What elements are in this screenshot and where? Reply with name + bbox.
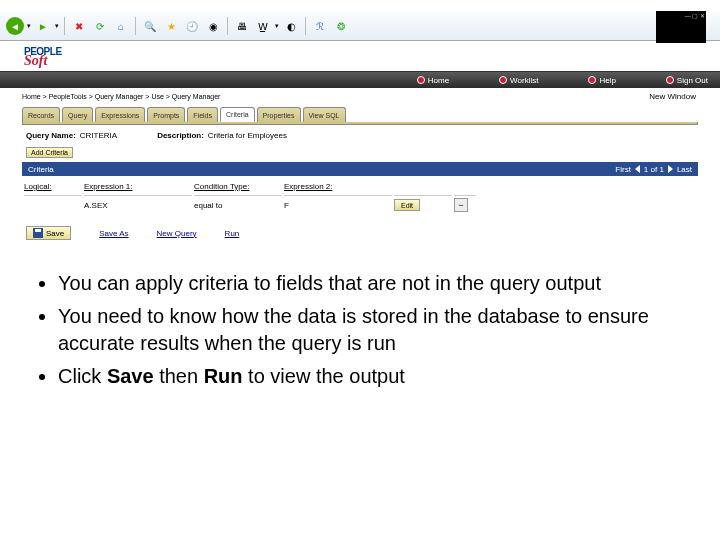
print-icon[interactable]: 🖶 (233, 17, 251, 35)
remove-icon[interactable]: − (454, 198, 468, 212)
tabs: Records Query Expressions Prompts Fields… (22, 107, 720, 122)
disk-icon (33, 228, 43, 238)
edit-button[interactable]: Edit (394, 199, 420, 211)
table-row: A.SEX equal to F Edit − (24, 195, 476, 214)
browser-toolbar: ◄ ▾ ► ▾ ✖ ⟳ ⌂ 🔍 ★ 🕘 ◉ 🖶 W̲ ▾ ◐ ℛ ❂ (0, 12, 720, 41)
query-desc: Criteria for Employees (208, 131, 287, 140)
new-window-link[interactable]: New Window (649, 92, 696, 101)
nav-worklist[interactable]: Worklist (499, 76, 538, 85)
slide-bullets: You can apply criteria to fields that ar… (30, 270, 690, 390)
criteria-section-header: Criteria First 1 of 1 Last (22, 162, 698, 176)
criteria-table: Logical: Expression 1: Condition Type: E… (22, 178, 478, 216)
history-icon[interactable]: 🕘 (183, 17, 201, 35)
font-icon[interactable]: W̲ (254, 17, 272, 35)
dropdown-icon[interactable]: ▾ (27, 22, 31, 30)
bullet-3: Click Save then Run to view the output (58, 363, 690, 390)
nav-home[interactable]: Home (417, 76, 449, 85)
peoplesoft-logo: PEOPLE Soft (24, 47, 62, 65)
tab-viewsql[interactable]: View SQL (303, 107, 346, 122)
add-criteria-button[interactable]: Add Criteria (26, 147, 73, 158)
nav-help[interactable]: Help (588, 76, 615, 85)
pager-next-icon[interactable] (668, 165, 673, 173)
refresh-icon[interactable]: ⟳ (91, 17, 109, 35)
tab-query[interactable]: Query (62, 107, 93, 122)
breadcrumb: Home > PeopleTools > Query Manager > Use… (22, 93, 220, 100)
pager-first[interactable]: First (615, 165, 631, 174)
tab-expressions[interactable]: Expressions (95, 107, 145, 122)
media-widget: — ▢ ✕ (656, 11, 706, 43)
tab-fields[interactable]: Fields (187, 107, 218, 122)
encoding-icon[interactable]: ◐ (282, 17, 300, 35)
brand-bar: PEOPLE Soft (0, 41, 720, 72)
pager-last[interactable]: Last (677, 165, 692, 174)
media-icon[interactable]: ◉ (204, 17, 222, 35)
pager-prev-icon[interactable] (635, 165, 640, 173)
search-icon[interactable]: 🔍 (141, 17, 159, 35)
run-link[interactable]: Run (225, 229, 240, 238)
forward-icon[interactable]: ► (34, 17, 52, 35)
save-as-link[interactable]: Save As (99, 229, 128, 238)
tab-records[interactable]: Records (22, 107, 60, 122)
messenger-icon[interactable]: ❂ (332, 17, 350, 35)
research-icon[interactable]: ℛ (311, 17, 329, 35)
stop-icon[interactable]: ✖ (70, 17, 88, 35)
bullet-1: You can apply criteria to fields that ar… (58, 270, 690, 297)
back-icon[interactable]: ◄ (6, 17, 24, 35)
query-info: Query Name:CRITERIA Description:Criteria… (26, 131, 720, 140)
tab-criteria[interactable]: Criteria (220, 107, 255, 122)
top-nav: Home Worklist Help Sign Out (0, 72, 720, 88)
favorites-icon[interactable]: ★ (162, 17, 180, 35)
nav-signout[interactable]: Sign Out (666, 76, 708, 85)
tab-properties[interactable]: Properties (257, 107, 301, 122)
pager-position: 1 of 1 (644, 165, 664, 174)
new-query-link[interactable]: New Query (157, 229, 197, 238)
bullet-2: You need to know how the data is stored … (58, 303, 690, 357)
query-name: CRITERIA (80, 131, 117, 140)
home-icon[interactable]: ⌂ (112, 17, 130, 35)
save-button[interactable]: Save (26, 226, 71, 240)
tab-prompts[interactable]: Prompts (147, 107, 185, 122)
